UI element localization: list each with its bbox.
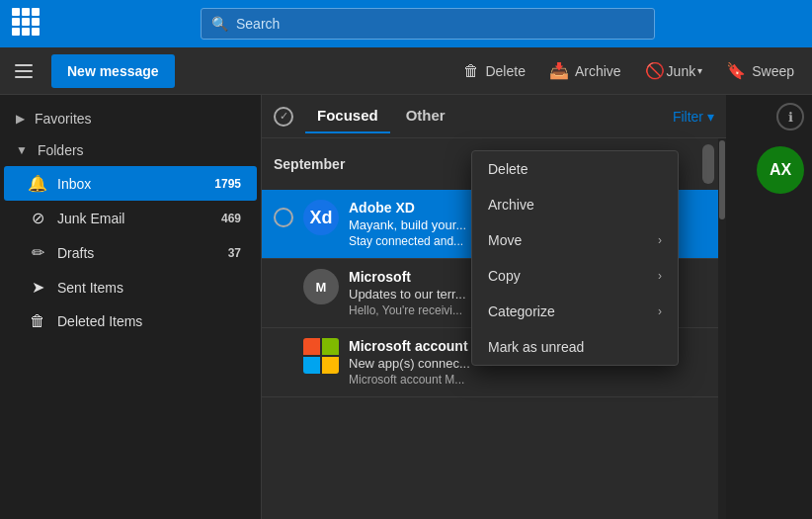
context-copy[interactable]: Copy › [472, 258, 678, 294]
categorize-arrow-icon: › [658, 304, 662, 318]
delete-button[interactable]: 🗑 Delete [453, 54, 534, 88]
email-radio-adobe[interactable] [274, 208, 293, 227]
context-archive[interactable]: Archive [472, 187, 678, 222]
sidebar-folders[interactable]: ▼ Folders [0, 134, 261, 166]
tab-focused[interactable]: Focused [305, 99, 390, 133]
copy-arrow-icon: › [658, 269, 662, 283]
select-all-check[interactable] [274, 107, 293, 127]
toolbar: New message 🗑 Delete 📥 Archive 🚫 Junk ▾ … [0, 47, 812, 95]
junk-button[interactable]: 🚫 Junk ▾ [635, 54, 713, 88]
inbox-icon: 🔔 [28, 174, 47, 193]
sidebar-item-junk[interactable]: ⊘ Junk Email 469 [4, 201, 257, 235]
delete-icon: 🗑 [463, 62, 479, 80]
sidebar-item-sent[interactable]: ➤ Sent Items [4, 270, 257, 304]
sidebar-favorites[interactable]: ▶ Favorites [0, 103, 261, 134]
search-box[interactable]: 🔍 [201, 8, 655, 40]
context-mark-unread[interactable]: Mark as unread [472, 329, 678, 365]
archive-button[interactable]: 📥 Archive [539, 54, 631, 88]
search-input[interactable] [236, 16, 644, 32]
sent-icon: ➤ [28, 278, 47, 297]
scroll-track[interactable] [718, 138, 726, 519]
deleted-icon: 🗑 [28, 312, 47, 330]
main-layout: ▶ Favorites ▼ Folders 🔔 Inbox 1795 ⊘ Jun… [0, 95, 812, 519]
filter-chevron-icon: ▾ [707, 109, 714, 125]
archive-icon: 📥 [549, 61, 569, 80]
waffle-icon[interactable] [12, 8, 43, 40]
avatar-microsoft: M [303, 269, 339, 304]
avatar-msaccount [303, 338, 339, 374]
move-arrow-icon: › [658, 233, 662, 247]
tab-other[interactable]: Other [394, 99, 457, 133]
junk-chevron-icon: ▾ [697, 65, 702, 76]
avatar-ax: AX [757, 146, 804, 194]
avatar-adobe: Xd [303, 200, 339, 235]
context-categorize[interactable]: Categorize › [472, 294, 678, 329]
tabs-row: Focused Other Filter ▾ [262, 95, 726, 138]
scroll-thumb[interactable] [719, 140, 725, 219]
top-bar: 🔍 [0, 0, 812, 47]
sidebar-item-inbox[interactable]: 🔔 Inbox 1795 [4, 166, 257, 201]
info-icon[interactable]: ℹ [776, 103, 804, 130]
hamburger-icon[interactable] [8, 55, 40, 87]
junk-folder-icon: ⊘ [28, 209, 47, 227]
new-message-button[interactable]: New message [51, 54, 175, 88]
junk-icon: 🚫 [645, 61, 665, 80]
context-delete[interactable]: Delete [472, 151, 678, 187]
reading-pane: ℹ AX [726, 95, 812, 519]
context-move[interactable]: Move › [472, 222, 678, 258]
sweep-button[interactable]: 🔖 Sweep [716, 54, 804, 88]
filter-button[interactable]: Filter ▾ [673, 109, 714, 125]
search-icon: 🔍 [211, 16, 228, 32]
message-list: Focused Other Filter ▾ September Xd Adob… [262, 95, 726, 519]
sidebar-item-drafts[interactable]: ✏ Drafts 37 [4, 235, 257, 270]
sidebar-item-deleted[interactable]: 🗑 Deleted Items [4, 304, 257, 338]
scroll-indicator [702, 144, 714, 184]
sidebar: ▶ Favorites ▼ Folders 🔔 Inbox 1795 ⊘ Jun… [0, 95, 262, 519]
sweep-icon: 🔖 [726, 61, 746, 80]
favorites-chevron-icon: ▶ [16, 112, 25, 126]
context-menu: Delete Archive Move › Copy › Categorize … [471, 150, 679, 366]
drafts-icon: ✏ [28, 243, 47, 262]
folders-chevron-icon: ▼ [16, 143, 28, 157]
